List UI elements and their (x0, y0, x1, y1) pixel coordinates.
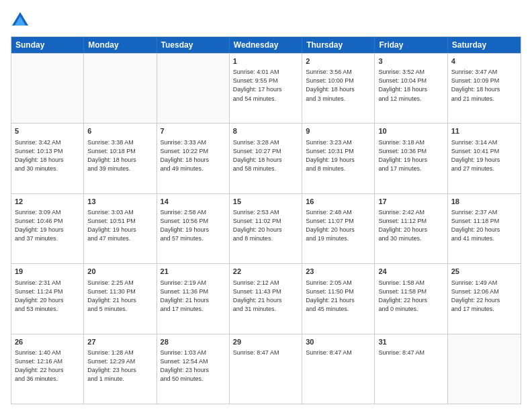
day-number: 25 (451, 267, 517, 277)
calendar-header: SundayMondayTuesdayWednesdayThursdayFrid… (11, 37, 521, 53)
cal-cell: 29Sunrise: 8:47 AM (230, 334, 302, 404)
cell-info: Sunrise: 1:49 AM Sunset: 12:06 AM Daylig… (451, 279, 517, 314)
calendar: SundayMondayTuesdayWednesdayThursdayFrid… (11, 36, 521, 404)
day-number: 20 (87, 267, 152, 277)
day-number: 6 (87, 126, 152, 136)
cell-info: Sunrise: 3:23 AM Sunset: 10:31 PM Daylig… (306, 138, 371, 173)
cal-cell: 15Sunrise: 2:53 AM Sunset: 11:02 PM Dayl… (230, 194, 302, 263)
day-number: 29 (233, 337, 298, 347)
cell-info: Sunrise: 3:56 AM Sunset: 10:00 PM Daylig… (306, 68, 371, 103)
day-number: 14 (161, 197, 226, 207)
cal-cell: 28Sunrise: 1:03 AM Sunset: 12:54 AM Dayl… (157, 334, 230, 404)
cal-cell: 26Sunrise: 1:40 AM Sunset: 12:16 AM Dayl… (11, 334, 84, 404)
cal-cell: 4Sunrise: 3:47 AM Sunset: 10:09 PM Dayli… (448, 54, 521, 123)
day-number: 9 (306, 126, 371, 136)
cal-header-saturday: Saturday (448, 37, 521, 53)
cal-cell: 11Sunrise: 3:14 AM Sunset: 10:41 PM Dayl… (448, 124, 521, 193)
day-number: 11 (451, 126, 517, 136)
day-number: 10 (378, 126, 443, 136)
cal-header-tuesday: Tuesday (157, 37, 230, 53)
cell-info: Sunrise: 3:38 AM Sunset: 10:18 PM Daylig… (87, 138, 152, 173)
cell-info: Sunrise: 3:14 AM Sunset: 10:41 PM Daylig… (451, 138, 517, 173)
cal-header-wednesday: Wednesday (230, 37, 302, 53)
cal-cell: 22Sunrise: 2:12 AM Sunset: 11:43 PM Dayl… (230, 264, 302, 333)
cal-header-thursday: Thursday (302, 37, 375, 53)
day-number: 5 (15, 126, 80, 136)
cal-cell: 31Sunrise: 8:47 AM (375, 334, 447, 404)
cell-info: Sunrise: 8:47 AM (306, 349, 371, 357)
cell-info: Sunrise: 3:09 AM Sunset: 10:46 PM Daylig… (15, 208, 80, 243)
day-number: 12 (15, 197, 80, 207)
day-number: 24 (378, 267, 443, 277)
cal-cell: 25Sunrise: 1:49 AM Sunset: 12:06 AM Dayl… (448, 264, 521, 333)
cal-cell: 2Sunrise: 3:56 AM Sunset: 10:00 PM Dayli… (302, 54, 375, 123)
cal-cell: 24Sunrise: 1:58 AM Sunset: 11:58 PM Dayl… (375, 264, 447, 333)
day-number: 8 (233, 126, 298, 136)
cal-header-monday: Monday (84, 37, 157, 53)
cal-cell: 6Sunrise: 3:38 AM Sunset: 10:18 PM Dayli… (84, 124, 157, 193)
cal-week-5: 26Sunrise: 1:40 AM Sunset: 12:16 AM Dayl… (11, 334, 521, 404)
cell-info: Sunrise: 2:19 AM Sunset: 11:36 PM Daylig… (161, 279, 226, 314)
cell-info: Sunrise: 2:48 AM Sunset: 11:07 PM Daylig… (306, 208, 371, 243)
cal-cell: 18Sunrise: 2:37 AM Sunset: 11:18 PM Dayl… (448, 194, 521, 263)
cal-cell: 5Sunrise: 3:42 AM Sunset: 10:13 PM Dayli… (11, 124, 84, 193)
cal-cell: 3Sunrise: 3:52 AM Sunset: 10:04 PM Dayli… (375, 54, 447, 123)
day-number: 7 (161, 126, 226, 136)
cal-header-friday: Friday (375, 37, 447, 53)
cell-info: Sunrise: 2:42 AM Sunset: 11:12 PM Daylig… (378, 208, 443, 243)
day-number: 16 (306, 197, 371, 207)
cell-info: Sunrise: 2:58 AM Sunset: 10:56 PM Daylig… (161, 208, 226, 243)
logo-icon (11, 11, 30, 30)
cal-header-sunday: Sunday (11, 37, 84, 53)
page: SundayMondayTuesdayWednesdayThursdayFrid… (0, 0, 532, 411)
day-number: 23 (306, 267, 371, 277)
cell-info: Sunrise: 3:28 AM Sunset: 10:27 PM Daylig… (233, 138, 298, 173)
cell-info: Sunrise: 2:37 AM Sunset: 11:18 PM Daylig… (451, 208, 517, 243)
calendar-body: 1Sunrise: 4:01 AM Sunset: 9:55 PM Daylig… (11, 53, 521, 404)
cal-cell (84, 54, 157, 123)
cal-week-2: 5Sunrise: 3:42 AM Sunset: 10:13 PM Dayli… (11, 123, 521, 193)
cal-cell: 10Sunrise: 3:18 AM Sunset: 10:36 PM Dayl… (375, 124, 447, 193)
cal-cell: 7Sunrise: 3:33 AM Sunset: 10:22 PM Dayli… (157, 124, 230, 193)
cal-cell: 13Sunrise: 3:03 AM Sunset: 10:51 PM Dayl… (84, 194, 157, 263)
cal-cell: 16Sunrise: 2:48 AM Sunset: 11:07 PM Dayl… (302, 194, 375, 263)
cell-info: Sunrise: 4:01 AM Sunset: 9:55 PM Dayligh… (233, 68, 298, 103)
day-number: 3 (378, 56, 443, 66)
cal-week-1: 1Sunrise: 4:01 AM Sunset: 9:55 PM Daylig… (11, 53, 521, 123)
cal-cell: 19Sunrise: 2:31 AM Sunset: 11:24 PM Dayl… (11, 264, 84, 333)
cell-info: Sunrise: 1:58 AM Sunset: 11:58 PM Daylig… (378, 279, 443, 314)
day-number: 13 (87, 197, 152, 207)
cal-cell: 27Sunrise: 1:28 AM Sunset: 12:29 AM Dayl… (84, 334, 157, 404)
cal-cell: 1Sunrise: 4:01 AM Sunset: 9:55 PM Daylig… (230, 54, 302, 123)
cell-info: Sunrise: 1:40 AM Sunset: 12:16 AM Daylig… (15, 349, 80, 383)
day-number: 31 (378, 337, 443, 347)
day-number: 2 (306, 56, 371, 66)
cell-info: Sunrise: 2:31 AM Sunset: 11:24 PM Daylig… (15, 279, 80, 314)
logo (11, 11, 32, 30)
cell-info: Sunrise: 3:47 AM Sunset: 10:09 PM Daylig… (451, 68, 517, 103)
day-number: 19 (15, 267, 80, 277)
day-number: 27 (87, 337, 152, 347)
cal-cell: 14Sunrise: 2:58 AM Sunset: 10:56 PM Dayl… (157, 194, 230, 263)
cell-info: Sunrise: 3:18 AM Sunset: 10:36 PM Daylig… (378, 138, 443, 173)
cell-info: Sunrise: 3:42 AM Sunset: 10:13 PM Daylig… (15, 138, 80, 173)
cal-cell: 21Sunrise: 2:19 AM Sunset: 11:36 PM Dayl… (157, 264, 230, 333)
day-number: 26 (15, 337, 80, 347)
day-number: 1 (233, 56, 298, 66)
day-number: 22 (233, 267, 298, 277)
cal-week-4: 19Sunrise: 2:31 AM Sunset: 11:24 PM Dayl… (11, 263, 521, 333)
day-number: 17 (378, 197, 443, 207)
cal-cell: 9Sunrise: 3:23 AM Sunset: 10:31 PM Dayli… (302, 124, 375, 193)
day-number: 21 (161, 267, 226, 277)
cal-cell: 23Sunrise: 2:05 AM Sunset: 11:50 PM Dayl… (302, 264, 375, 333)
cell-info: Sunrise: 1:28 AM Sunset: 12:29 AM Daylig… (87, 349, 152, 383)
day-number: 15 (233, 197, 298, 207)
day-number: 28 (161, 337, 226, 347)
cell-info: Sunrise: 2:53 AM Sunset: 11:02 PM Daylig… (233, 208, 298, 243)
day-number: 30 (306, 337, 371, 347)
cal-cell: 12Sunrise: 3:09 AM Sunset: 10:46 PM Dayl… (11, 194, 84, 263)
cell-info: Sunrise: 2:12 AM Sunset: 11:43 PM Daylig… (233, 279, 298, 314)
cell-info: Sunrise: 8:47 AM (233, 349, 298, 357)
cell-info: Sunrise: 1:03 AM Sunset: 12:54 AM Daylig… (161, 349, 226, 383)
day-number: 4 (451, 56, 517, 66)
